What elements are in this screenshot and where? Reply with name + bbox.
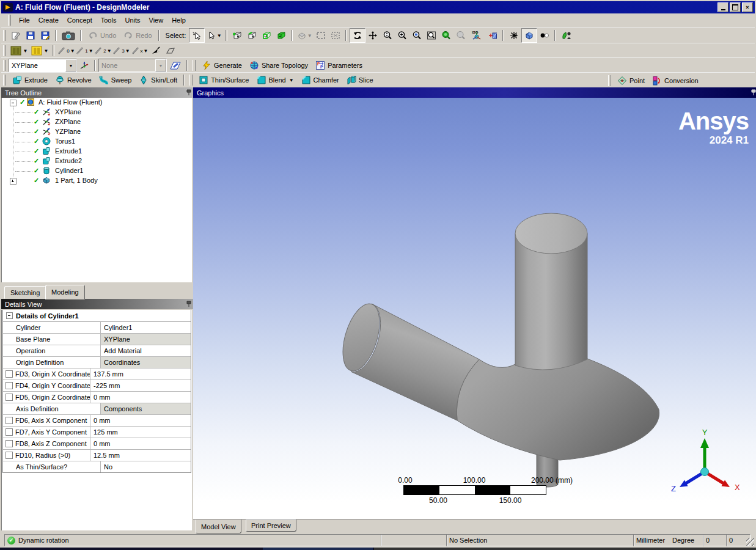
collapse-expander-icon[interactable] <box>10 100 17 106</box>
tree-item-yzplane[interactable]: ✓YZPlane <box>2 127 192 137</box>
parameter-checkbox[interactable] <box>6 394 13 401</box>
face-filter-button[interactable] <box>259 29 274 42</box>
toolbar-grip[interactable] <box>3 75 6 86</box>
menu-item-create[interactable]: Create <box>34 15 63 26</box>
close-button[interactable]: × <box>742 2 753 12</box>
skin-loft-button[interactable]: Skin/Loft <box>135 73 181 87</box>
save-button[interactable] <box>23 29 38 42</box>
details-value[interactable]: 0 mm <box>90 392 191 403</box>
new-sketch-button[interactable] <box>9 29 23 42</box>
menu-item-units[interactable]: Units <box>120 15 144 26</box>
blend-button[interactable]: Blend▼ <box>253 73 298 87</box>
edge-direction-button[interactable] <box>149 44 163 57</box>
tree-item-torus1[interactable]: ✓Torus1 <box>2 137 192 147</box>
body-filter-button[interactable] <box>274 29 288 42</box>
edge-color-button[interactable]: ▼ <box>29 44 50 57</box>
menu-item-concept[interactable]: Concept <box>63 15 97 26</box>
details-value[interactable]: 0 mm <box>90 415 191 426</box>
pan-button[interactable] <box>365 29 380 42</box>
line-toggle-1[interactable]: 1▼ <box>75 44 94 57</box>
details-value[interactable]: Cylinder1 <box>101 322 191 333</box>
revolve-button[interactable]: Revolve <box>51 73 95 87</box>
plane-edit-button[interactable] <box>485 29 500 42</box>
conversion-button[interactable]: Conversion <box>648 73 702 88</box>
pin-icon[interactable] <box>186 89 191 96</box>
zoom-to-fit-button[interactable] <box>439 29 453 42</box>
toolbar-grip[interactable] <box>189 75 193 86</box>
line-toggle-3[interactable]: 3▼ <box>112 44 130 57</box>
slice-button[interactable]: Slice <box>343 73 377 87</box>
zoom-in-button[interactable] <box>395 29 409 42</box>
vertex-display-button[interactable] <box>163 44 178 57</box>
menu-item-view[interactable]: View <box>145 15 168 26</box>
pin-icon[interactable] <box>186 301 191 307</box>
maximize-button[interactable] <box>730 2 741 12</box>
active-plane-combobox[interactable]: XYPlane▼ <box>9 59 77 72</box>
parameter-checkbox[interactable] <box>6 428 13 436</box>
point-button[interactable]: Point <box>614 73 648 88</box>
select-sketch-mode-button[interactable] <box>189 28 205 43</box>
minimize-button[interactable] <box>717 2 728 12</box>
rotate-button[interactable] <box>350 28 365 43</box>
select-mode-dropdown-button[interactable]: ▼ <box>205 29 223 42</box>
tab-print-preview[interactable]: Print Preview <box>246 519 296 532</box>
display-points-button[interactable] <box>537 29 552 42</box>
combo-dropdown-icon[interactable]: ▼ <box>65 59 76 72</box>
details-value[interactable]: 12.5 mm <box>90 450 191 461</box>
parameter-checkbox[interactable] <box>6 452 13 459</box>
toolbar-grip[interactable] <box>193 60 196 71</box>
details-value[interactable]: Coordinates <box>101 357 191 368</box>
toolbar-grip[interactable] <box>608 75 611 86</box>
chamfer-button[interactable]: Chamfer <box>298 73 343 87</box>
tree-item-cylinder1[interactable]: ✓Cylinder1 <box>2 166 192 176</box>
orientation-triad[interactable]: Y X Z <box>658 428 749 501</box>
menu-item-tools[interactable]: Tools <box>97 15 121 26</box>
tab-sketching[interactable]: Sketching <box>4 286 46 299</box>
line-toggle-x[interactable]: x▼ <box>130 44 149 57</box>
details-value[interactable]: XYPlane <box>101 334 191 345</box>
tree-item-xyplane[interactable]: ✓XYPlane <box>2 108 192 117</box>
tree-item-zxplane[interactable]: ✓ZXPlane <box>2 117 192 127</box>
menu-grip[interactable] <box>8 15 11 26</box>
line-toggle-0[interactable]: 0▼ <box>57 44 75 57</box>
parameter-checkbox[interactable] <box>6 417 13 424</box>
edge-filter-button[interactable] <box>244 29 259 42</box>
toolbar-grip[interactable] <box>3 60 6 71</box>
tree-item-extrude1[interactable]: ✓Extrude1 <box>2 147 192 156</box>
plane-triad-button[interactable] <box>77 59 92 72</box>
parameters-button[interactable]: PPParameters <box>312 58 366 73</box>
face-color-button[interactable]: ▼ <box>9 44 29 57</box>
details-value[interactable]: 137.5 mm <box>90 369 191 380</box>
look-at-button[interactable] <box>507 29 521 42</box>
toolbar-grip[interactable] <box>3 45 6 56</box>
save-as-button[interactable] <box>38 29 53 42</box>
display-model-button[interactable] <box>521 28 537 43</box>
image-capture-button[interactable] <box>59 29 78 42</box>
generate-button[interactable]: Generate <box>198 58 246 73</box>
new-sketch-plane-button[interactable] <box>167 59 184 72</box>
sweep-button[interactable]: Sweep <box>95 73 136 87</box>
zoom-button[interactable] <box>380 29 395 42</box>
share-topology-button[interactable]: Share Topology <box>246 58 312 73</box>
details-value[interactable]: No <box>101 461 191 472</box>
details-value[interactable]: -225 mm <box>90 380 191 391</box>
graphics-viewport[interactable]: Ansys 2024 R1 <box>193 98 756 519</box>
parameter-checkbox[interactable] <box>6 382 13 389</box>
menu-item-help[interactable]: Help <box>167 15 190 26</box>
details-table-header[interactable]: Details of Cylinder1 <box>3 310 191 322</box>
tab-model-view[interactable]: Model View <box>196 519 241 534</box>
pin-icon[interactable] <box>751 89 756 96</box>
resize-grip[interactable] <box>746 538 754 546</box>
tree-item-root[interactable]: ✓ A: Fluid Flow (Fluent) <box>2 98 192 108</box>
details-value[interactable]: Components <box>101 403 191 414</box>
toolbar-grip[interactable] <box>3 30 6 41</box>
details-value[interactable]: 0 mm <box>90 438 191 449</box>
details-value[interactable]: Add Material <box>101 345 191 356</box>
vertex-filter-button[interactable] <box>230 29 244 42</box>
menu-item-file[interactable]: File <box>15 15 34 26</box>
zoom-model-button[interactable] <box>409 29 424 42</box>
line-toggle-2[interactable]: 2▼ <box>94 44 112 57</box>
parameter-checkbox[interactable] <box>6 370 13 378</box>
collapse-expander-icon[interactable] <box>6 312 13 319</box>
extrude-button[interactable]: Extrude <box>9 73 51 87</box>
